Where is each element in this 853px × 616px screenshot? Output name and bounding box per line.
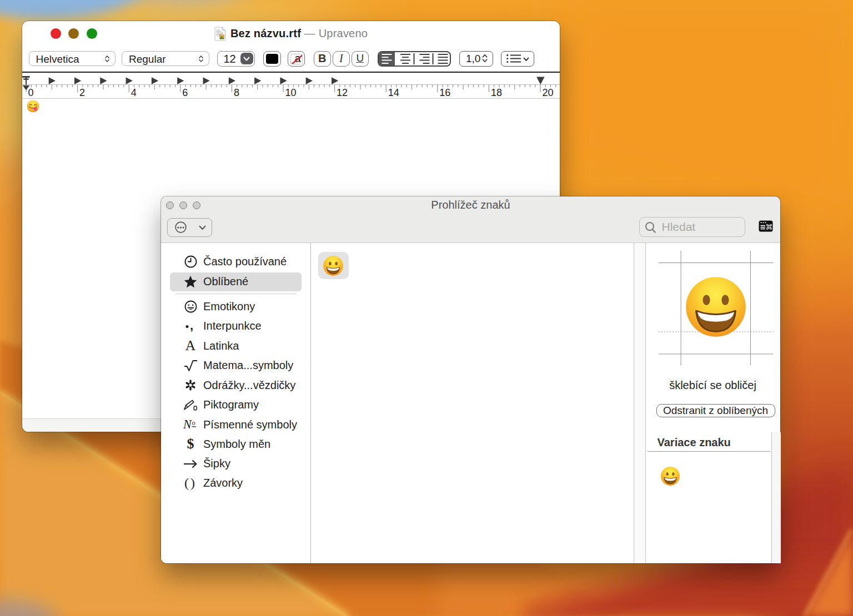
svg-text:0: 0 xyxy=(28,87,34,98)
svg-text:2: 2 xyxy=(79,87,85,98)
svg-text:N: N xyxy=(183,418,192,431)
svg-text:12: 12 xyxy=(337,87,348,98)
svg-text:4: 4 xyxy=(131,87,137,98)
svg-text:6: 6 xyxy=(182,87,188,98)
svg-text:o: o xyxy=(192,419,195,427)
svg-text:10: 10 xyxy=(285,87,297,98)
svg-text:,: , xyxy=(190,320,193,332)
svg-text:8: 8 xyxy=(234,87,239,98)
svg-text:20: 20 xyxy=(543,87,554,98)
svg-text:16: 16 xyxy=(439,87,450,98)
svg-text:18: 18 xyxy=(491,87,502,98)
svg-text:14: 14 xyxy=(388,87,399,98)
